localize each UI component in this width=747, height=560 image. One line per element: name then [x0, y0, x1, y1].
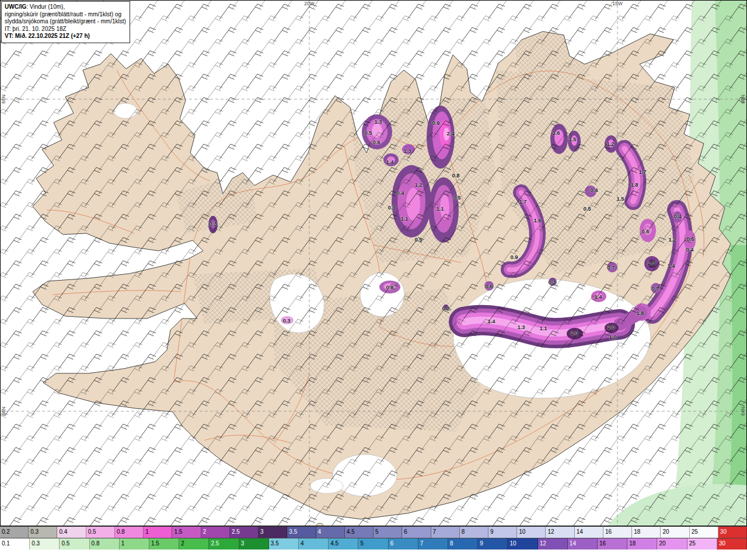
colorbar-cell-snow-12: 12: [546, 527, 574, 538]
colorbar-cell-snow-1.5: 1.5: [172, 527, 201, 538]
colorbar-cell-snow-10: 10: [517, 527, 546, 538]
colorbar-cell-snow-3.5: 3.5: [287, 527, 316, 538]
title-rest: : Vindur (10m),: [26, 4, 65, 10]
colorbar-cell-snow-5: 5: [374, 527, 402, 538]
colorbar-cell-snow-9: 9: [488, 527, 517, 538]
colorbar-cell-rain-3.5: 3.5: [269, 538, 299, 550]
model-name: UWC/IG: [5, 4, 26, 10]
colorbar-cell-rain-7: 7: [418, 538, 448, 550]
colorbar-cell-rain-20: 20: [657, 538, 687, 550]
title-line-2: rigning/skúrir (grænt/blátt/rautt - mm/1…: [5, 11, 126, 19]
colorbar-cell-rain-16: 16: [598, 538, 627, 550]
colorbar-cell-snow-2.5: 2.5: [230, 527, 259, 538]
colorbar-cell-snow-30: 30: [718, 527, 747, 538]
colorbar-cell-snow-16: 16: [603, 527, 632, 538]
colorbar-cell-rain-1: 1: [120, 538, 149, 550]
iceland-weather-map: [0, 0, 747, 526]
colorbar-cell-rain-25: 25: [687, 538, 717, 550]
colorbar-cell-rain-18: 18: [627, 538, 657, 550]
colorbar-legend: 0.20.30.40.50.811.522.533.544.5567891012…: [0, 526, 747, 550]
colorbar-cell-snow-18: 18: [632, 527, 661, 538]
colorbar-cell-snow-4: 4: [316, 527, 345, 538]
colorbar-cell-snow-0.3: 0.3: [29, 527, 57, 538]
colorbar-cell-rain-1.5: 1.5: [149, 538, 179, 550]
colorbar-cell-rain-0.5: 0.5: [60, 538, 89, 550]
rain-colorbar: 0.10.30.50.811.522.533.544.5567891012141…: [0, 538, 747, 550]
colorbar-cell-rain-6: 6: [389, 538, 418, 550]
colorbar-cell-rain-2: 2: [179, 538, 209, 550]
colorbar-cell-snow-6: 6: [402, 527, 431, 538]
colorbar-cell-snow-20: 20: [661, 527, 689, 538]
colorbar-cell-snow-7: 7: [431, 527, 460, 538]
colorbar-cell-snow-3: 3: [259, 527, 287, 538]
colorbar-cell-rain-5: 5: [358, 538, 388, 550]
colorbar-cell-snow-8: 8: [460, 527, 488, 538]
colorbar-cell-snow-25: 25: [690, 527, 718, 538]
valid-time: VT: Mið. 22.10.2025 21Z (+27 h): [5, 33, 126, 40]
colorbar-cell-rain-10: 10: [508, 538, 537, 550]
colorbar-cell-snow-14: 14: [575, 527, 603, 538]
colorbar-cell-snow-0.4: 0.4: [57, 527, 86, 538]
colorbar-cell-rain-3: 3: [239, 538, 269, 550]
colorbar-cell-rain-30: 30: [717, 538, 747, 550]
weather-map-page: 1.30.50.60.92.41.41.31.61.51.21.71.81.50…: [0, 0, 747, 560]
colorbar-cell-rain-9: 9: [478, 538, 508, 550]
colorbar-cell-rain-0.1: 0.1: [0, 538, 30, 550]
colorbar-cell-rain-2.5: 2.5: [209, 538, 239, 550]
colorbar-cell-rain-12: 12: [538, 538, 568, 550]
colorbar-cell-snow-2: 2: [201, 527, 230, 538]
title-line-1: UWC/IG: Vindur (10m),: [5, 4, 126, 11]
colorbar-cell-rain-14: 14: [568, 538, 598, 550]
colorbar-cell-rain-4.5: 4.5: [329, 538, 358, 550]
colorbar-cell-rain-0.8: 0.8: [90, 538, 120, 550]
colorbar-cell-snow-0.5: 0.5: [86, 527, 115, 538]
title-line-3: slydda/snjókoma (grátt/bleikt/grænt - mm…: [5, 18, 126, 26]
colorbar-cell-snow-1: 1: [144, 527, 172, 538]
colorbar-cell-snow-4.5: 4.5: [345, 527, 374, 538]
wind-barbs-layer: [0, 0, 747, 526]
snow-sleet-colorbar: 0.20.30.40.50.811.522.533.544.5567891012…: [0, 526, 747, 538]
colorbar-cell-rain-8: 8: [448, 538, 478, 550]
title-box: UWC/IG: Vindur (10m), rigning/skúrir (gr…: [1, 1, 130, 43]
init-time: IT: þri. 21. 10. 2025 18Z: [5, 26, 126, 33]
colorbar-cell-snow-0.8: 0.8: [115, 527, 144, 538]
colorbar-cell-snow-0.2: 0.2: [0, 527, 29, 538]
colorbar-cell-rain-4: 4: [299, 538, 329, 550]
colorbar-cell-rain-0.3: 0.3: [30, 538, 60, 550]
